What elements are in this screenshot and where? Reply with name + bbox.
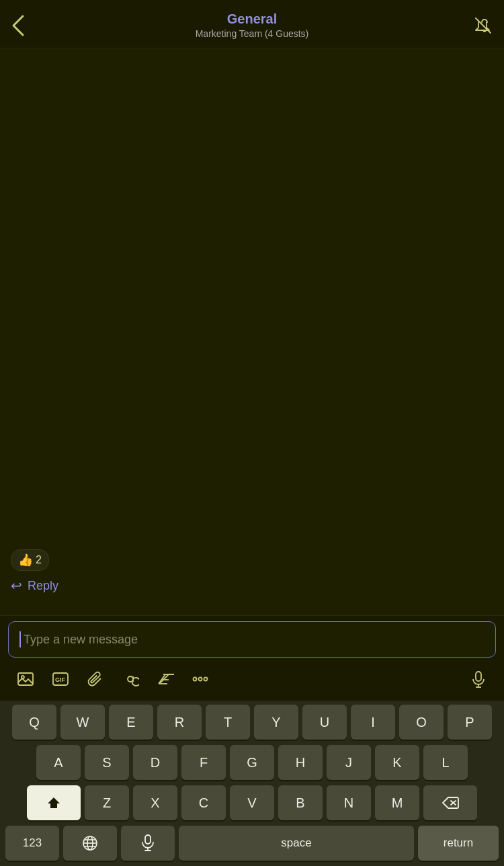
key-s[interactable]: S [85, 745, 129, 780]
reaction-badge[interactable]: 👍 2 [11, 549, 49, 571]
mute-button[interactable] [464, 15, 493, 36]
numeric-key[interactable]: 123 [5, 826, 59, 861]
reaction-count: 2 [36, 554, 42, 566]
mic-icon[interactable] [466, 667, 491, 691]
keyboard-row-2: A S D F G H J K L [3, 745, 501, 780]
key-d[interactable]: D [133, 745, 177, 780]
svg-point-12 [194, 678, 197, 681]
key-k[interactable]: K [375, 745, 419, 780]
key-t[interactable]: T [206, 705, 250, 740]
key-u[interactable]: U [302, 705, 347, 740]
key-y[interactable]: Y [254, 705, 298, 740]
key-h[interactable]: H [278, 745, 323, 780]
keyboard-row-1: Q W E R T Y U I O P [3, 705, 501, 740]
message-input-wrapper[interactable]: Type a new message [8, 621, 496, 658]
key-n[interactable]: N [327, 785, 371, 820]
keyboard-row-3: Z X C V B N M [3, 785, 501, 820]
key-p[interactable]: P [448, 705, 492, 740]
channel-subtitle: Marketing Team (4 Guests) [196, 28, 309, 39]
svg-point-14 [204, 678, 208, 681]
more-options-icon[interactable] [188, 667, 212, 691]
key-m[interactable]: M [375, 785, 419, 820]
key-v[interactable]: V [230, 785, 274, 820]
svg-marker-18 [48, 797, 60, 808]
reply-button[interactable]: ↩ Reply [11, 578, 493, 594]
key-w[interactable]: W [60, 705, 105, 740]
attachment-icon[interactable] [83, 667, 108, 691]
shift-key[interactable] [27, 785, 81, 820]
keyboard: Q W E R T Y U I O P A S D F G H J K L Z … [0, 701, 504, 866]
key-x[interactable]: X [133, 785, 177, 820]
svg-rect-26 [145, 835, 151, 844]
toolbar-left: GIF [13, 667, 212, 691]
header: General Marketing Team (4 Guests) [0, 0, 504, 48]
message-toolbar: GIF [8, 664, 496, 695]
svg-text:GIF: GIF [55, 676, 66, 683]
key-f[interactable]: F [181, 745, 226, 780]
space-key[interactable]: space [179, 826, 414, 861]
mention-icon[interactable] [118, 667, 142, 691]
channel-title: General [227, 11, 277, 27]
message-reactions: 👍 2 [11, 549, 493, 571]
gif-icon[interactable]: GIF [48, 667, 73, 691]
message-placeholder: Type a new message [24, 633, 138, 647]
keyboard-bottom-row: 123 space return [3, 826, 501, 866]
key-e[interactable]: E [109, 705, 153, 740]
return-key[interactable]: return [418, 826, 499, 861]
svg-rect-1 [18, 673, 33, 685]
text-cursor [19, 631, 21, 647]
chat-area: 👍 2 ↩ Reply [0, 48, 504, 615]
reply-arrow-icon: ↩ [11, 578, 22, 594]
globe-key[interactable] [63, 826, 117, 861]
key-z[interactable]: Z [85, 785, 129, 820]
back-button[interactable] [11, 13, 40, 38]
key-g[interactable]: G [230, 745, 274, 780]
key-b[interactable]: B [278, 785, 323, 820]
text-style-icon[interactable] [153, 667, 177, 691]
reply-label: Reply [28, 579, 58, 593]
key-q[interactable]: Q [12, 705, 56, 740]
key-i[interactable]: I [351, 705, 395, 740]
image-icon[interactable] [13, 667, 38, 691]
input-area: Type a new message GIF [0, 615, 504, 701]
key-l[interactable]: L [423, 745, 468, 780]
key-a[interactable]: A [36, 745, 81, 780]
reaction-emoji: 👍 [18, 553, 33, 567]
header-center: General Marketing Team (4 Guests) [40, 11, 464, 39]
svg-rect-15 [476, 672, 481, 681]
key-j[interactable]: J [327, 745, 371, 780]
key-o[interactable]: O [399, 705, 444, 740]
key-c[interactable]: C [181, 785, 226, 820]
keyboard-mic-key[interactable] [121, 826, 175, 861]
svg-point-5 [128, 676, 133, 682]
key-r[interactable]: R [157, 705, 202, 740]
svg-point-13 [199, 678, 202, 681]
delete-key[interactable] [423, 785, 477, 820]
